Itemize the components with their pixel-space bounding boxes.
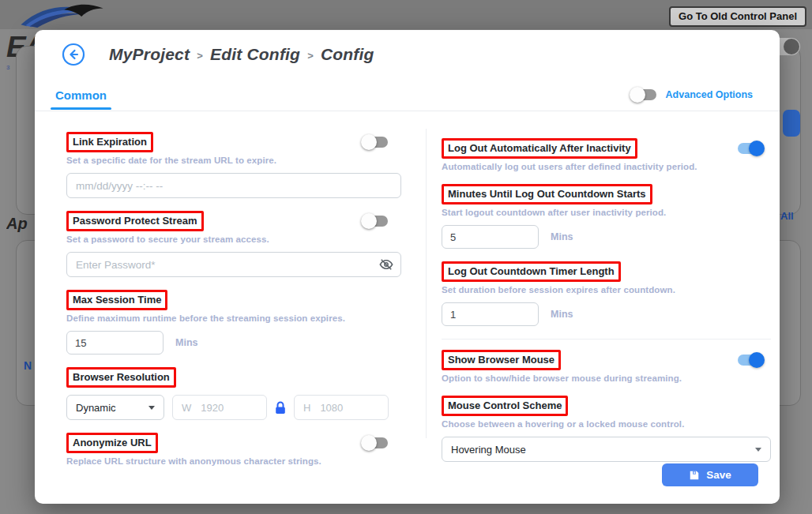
show-browser-mouse-help: Option to show/hide browser mouse during…	[442, 373, 771, 383]
link-expiration-toggle[interactable]	[361, 134, 390, 150]
eagle-logo-icon	[17, 1, 108, 32]
tab-bar: Common Advanced Options	[35, 79, 780, 111]
countdown-start-input[interactable]	[442, 225, 539, 249]
countdown-length-input[interactable]	[442, 302, 539, 326]
save-button[interactable]: Save	[662, 463, 758, 486]
anonymize-url-label: Anonymize URL	[66, 433, 158, 453]
max-session-time-input[interactable]	[66, 331, 164, 355]
aspect-lock-icon[interactable]	[275, 401, 286, 415]
chevron-down-icon	[148, 406, 155, 410]
browser-resolution-label: Browser Resolution	[66, 367, 176, 388]
breadcrumb-edit-config: Edit Config	[210, 45, 300, 64]
field-password-protect: Password Protect Stream Set a password t…	[66, 211, 401, 277]
modal-header: MyProject > Edit Config > Config	[35, 30, 780, 79]
field-countdown-length: Log Out Countdown Timer Length Set durat…	[442, 261, 771, 326]
max-session-time-label: Max Session Time	[66, 290, 167, 310]
breadcrumb-project: MyProject	[109, 45, 190, 64]
tab-common[interactable]: Common	[52, 81, 110, 109]
password-protect-toggle[interactable]	[361, 213, 390, 229]
auto-logout-toggle[interactable]	[735, 141, 765, 156]
countdown-start-help: Start logout countdown after user inacti…	[442, 208, 771, 217]
eye-off-icon	[378, 257, 394, 272]
countdown-length-unit: Mins	[551, 309, 573, 320]
link-expiration-label: Link Expiration	[66, 132, 153, 152]
password-protect-label: Password Protect Stream	[66, 211, 204, 231]
mouse-control-scheme-help: Choose between a hovering or a locked mo…	[442, 419, 771, 429]
field-anonymize-url: Anonymize URL Replace URL structure with…	[66, 433, 401, 466]
field-auto-logout: Log Out Automatically After Inactivity A…	[442, 138, 771, 171]
chevron-down-icon	[755, 448, 761, 452]
field-countdown-start: Minutes Until Log Out Countdown Starts S…	[442, 184, 771, 249]
field-link-expiration: Link Expiration Set a specific date for …	[66, 132, 401, 198]
max-session-time-unit: Mins	[175, 337, 197, 348]
field-max-session-time: Max Session Time Define maximum runtime …	[66, 290, 401, 355]
breadcrumb: MyProject > Edit Config > Config	[109, 45, 374, 64]
password-protect-help: Set a password to secure your stream acc…	[66, 234, 401, 244]
show-browser-mouse-toggle[interactable]	[735, 352, 765, 368]
section-divider	[442, 339, 771, 340]
field-browser-resolution: Browser Resolution Dynamic W 1920	[66, 367, 401, 420]
form-column-right: Log Out Automatically After Inactivity A…	[442, 132, 771, 478]
background-all-link: All	[780, 210, 794, 222]
countdown-start-label: Minutes Until Log Out Countdown Starts	[442, 184, 652, 204]
field-mouse-control-scheme: Mouse Control Scheme Choose between a ho…	[442, 396, 771, 462]
advanced-options-label: Advanced Options	[666, 89, 753, 100]
app-topbar: Go To Old Control Panel	[0, 0, 812, 29]
form-content: Link Expiration Set a specific date for …	[35, 111, 780, 478]
countdown-length-help: Set duration before session expires afte…	[442, 285, 771, 295]
show-browser-mouse-label: Show Browser Mouse	[442, 350, 561, 370]
save-icon	[689, 470, 700, 481]
anonymize-url-help: Replace URL structure with anonymous cha…	[66, 456, 401, 466]
column-divider	[426, 129, 427, 438]
back-arrow-icon	[62, 43, 85, 66]
advanced-options-toggle[interactable]	[630, 87, 659, 103]
breadcrumb-config: Config	[321, 45, 374, 64]
password-visibility-button[interactable]	[378, 257, 394, 272]
password-input[interactable]	[66, 252, 401, 277]
countdown-length-label: Log Out Countdown Timer Length	[442, 261, 621, 282]
breadcrumb-separator: >	[197, 50, 203, 62]
resolution-mode-select[interactable]: Dynamic	[66, 395, 164, 420]
background-new-link: N	[24, 359, 32, 372]
anonymize-url-toggle[interactable]	[361, 435, 390, 451]
field-show-browser-mouse: Show Browser Mouse Option to show/hide b…	[442, 350, 771, 383]
resolution-width-input: W 1920	[172, 395, 267, 420]
link-expiration-date-input[interactable]	[66, 173, 401, 198]
max-session-time-help: Define maximum runtime before the stream…	[66, 313, 401, 323]
back-button[interactable]	[62, 43, 85, 66]
link-expiration-help: Set a specific date for the stream URL t…	[66, 156, 401, 165]
edit-config-modal: MyProject > Edit Config > Config Common …	[35, 30, 780, 504]
mouse-control-scheme-label: Mouse Control Scheme	[442, 396, 568, 416]
auto-logout-help: Automatically log out users after define…	[442, 162, 771, 171]
go-to-old-control-panel-button[interactable]: Go To Old Control Panel	[669, 6, 806, 27]
background-blue-button-fragment	[783, 110, 800, 137]
auto-logout-label: Log Out Automatically After Inactivity	[442, 138, 637, 159]
advanced-options-control: Advanced Options	[630, 87, 762, 103]
resolution-height-input: H 1080	[294, 395, 389, 420]
mouse-control-scheme-select[interactable]: Hovering Mouse	[442, 437, 771, 462]
background-applications-heading: Ap	[6, 215, 36, 233]
form-column-left: Link Expiration Set a specific date for …	[66, 132, 401, 478]
breadcrumb-separator: >	[307, 50, 314, 62]
countdown-start-unit: Mins	[551, 231, 573, 242]
